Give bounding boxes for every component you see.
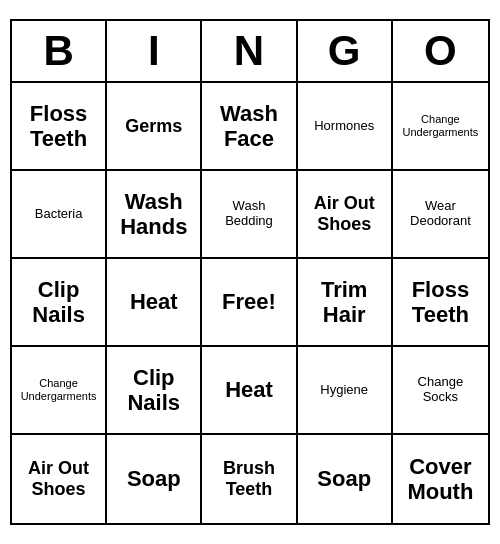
bingo-cell: ClipNails: [12, 259, 107, 347]
bingo-cell: Soap: [298, 435, 393, 523]
bingo-cell: Free!: [202, 259, 297, 347]
cell-text: FlossTeeth: [412, 277, 469, 328]
bingo-cell: Heat: [107, 259, 202, 347]
bingo-card: BINGO FlossTeethGermsWashFaceHormonesCha…: [10, 19, 490, 525]
cell-text: Air OutShoes: [314, 193, 375, 234]
header-letter: G: [298, 21, 393, 81]
cell-text: Germs: [125, 116, 182, 137]
cell-text: ChangeUndergarments: [21, 377, 97, 402]
bingo-cell: Germs: [107, 83, 202, 171]
cell-text: FlossTeeth: [30, 101, 87, 152]
bingo-cell: FlossTeeth: [12, 83, 107, 171]
cell-text: WashBedding: [225, 199, 273, 229]
bingo-cell: Air OutShoes: [298, 171, 393, 259]
bingo-cell: CoverMouth: [393, 435, 488, 523]
cell-text: WashHands: [120, 189, 187, 240]
header-letter: O: [393, 21, 488, 81]
bingo-cell: Soap: [107, 435, 202, 523]
cell-text: WashFace: [220, 101, 278, 152]
cell-text: Air OutShoes: [28, 458, 89, 499]
bingo-cell: Air OutShoes: [12, 435, 107, 523]
bingo-cell: Bacteria: [12, 171, 107, 259]
cell-text: Hormones: [314, 119, 374, 134]
bingo-cell: Hormones: [298, 83, 393, 171]
bingo-cell: ChangeUndergarments: [12, 347, 107, 435]
bingo-cell: WearDeodorant: [393, 171, 488, 259]
header-letter: I: [107, 21, 202, 81]
bingo-cell: ClipNails: [107, 347, 202, 435]
header-letter: B: [12, 21, 107, 81]
bingo-cell: ChangeUndergarments: [393, 83, 488, 171]
cell-text: Soap: [317, 466, 371, 491]
bingo-cell: TrimHair: [298, 259, 393, 347]
header-letter: N: [202, 21, 297, 81]
bingo-cell: BrushTeeth: [202, 435, 297, 523]
bingo-cell: ChangeSocks: [393, 347, 488, 435]
cell-text: WearDeodorant: [410, 199, 471, 229]
bingo-cell: Heat: [202, 347, 297, 435]
cell-text: ClipNails: [32, 277, 85, 328]
cell-text: Soap: [127, 466, 181, 491]
cell-text: BrushTeeth: [223, 458, 275, 499]
cell-text: ChangeUndergarments: [402, 113, 478, 138]
cell-text: Heat: [130, 289, 178, 314]
bingo-cell: WashHands: [107, 171, 202, 259]
cell-text: ChangeSocks: [418, 375, 464, 405]
cell-text: Hygiene: [320, 383, 368, 398]
cell-text: Heat: [225, 377, 273, 402]
bingo-cell: Hygiene: [298, 347, 393, 435]
bingo-header: BINGO: [12, 21, 488, 83]
cell-text: CoverMouth: [407, 454, 473, 505]
cell-text: ClipNails: [127, 365, 180, 416]
bingo-cell: FlossTeeth: [393, 259, 488, 347]
bingo-cell: WashFace: [202, 83, 297, 171]
cell-text: Free!: [222, 289, 276, 314]
cell-text: TrimHair: [321, 277, 367, 328]
bingo-grid: FlossTeethGermsWashFaceHormonesChangeUnd…: [12, 83, 488, 523]
cell-text: Bacteria: [35, 207, 83, 222]
bingo-cell: WashBedding: [202, 171, 297, 259]
